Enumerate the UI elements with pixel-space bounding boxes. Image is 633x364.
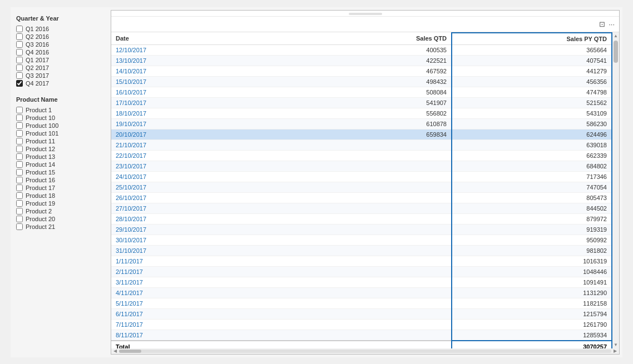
cell-sales-py-qtd: 474798 xyxy=(452,87,612,97)
product-filter-item[interactable]: Product 21 xyxy=(16,223,105,231)
quarter-filter-item[interactable]: Q2 2017 xyxy=(16,64,105,72)
product-checkbox-14[interactable] xyxy=(16,216,23,222)
product-filter-item[interactable]: Product 14 xyxy=(16,161,105,168)
product-filter-item[interactable]: Product 18 xyxy=(16,192,105,200)
product-checkbox-13[interactable] xyxy=(16,208,23,215)
scroll-right-arrow[interactable]: ▶ xyxy=(614,348,617,353)
product-filter-item[interactable]: Product 19 xyxy=(16,200,105,207)
table-row: 29/10/2017919319 xyxy=(111,224,612,235)
table-header-row: Date Sales QTD Sales PY QTD xyxy=(111,33,612,45)
product-checkbox-15[interactable] xyxy=(16,223,23,230)
scroll-down-arrow[interactable]: ▼ xyxy=(614,342,618,347)
cell-date: 12/10/2017 xyxy=(111,44,291,55)
table-row: 3/11/20171091491 xyxy=(111,277,612,287)
product-filter-title: Product Name xyxy=(16,96,105,103)
product-filter-item[interactable]: Product 15 xyxy=(16,168,105,176)
product-filter-item[interactable]: Product 12 xyxy=(16,145,105,153)
table-row: 12/10/2017400535365664 xyxy=(111,44,612,55)
quarter-filter-item[interactable]: Q4 2016 xyxy=(16,48,105,56)
cell-date: 24/10/2017 xyxy=(111,171,291,182)
quarter-checkbox-5[interactable] xyxy=(16,64,23,71)
quarter-filter-item[interactable]: Q4 2017 xyxy=(16,79,105,87)
cell-date: 2/11/2017 xyxy=(111,266,291,277)
product-filter-item[interactable]: Product 1 xyxy=(16,106,105,114)
product-label: Product 15 xyxy=(26,169,55,176)
product-checkbox-0[interactable] xyxy=(16,107,23,113)
scroll-up-arrow[interactable]: ▲ xyxy=(614,33,618,38)
product-filter-item[interactable]: Product 10 xyxy=(16,114,105,122)
product-checkbox-5[interactable] xyxy=(16,146,23,152)
quarter-checkbox-3[interactable] xyxy=(16,49,23,56)
product-filter-item[interactable]: Product 11 xyxy=(16,137,105,145)
cell-sales-qtd: 508084 xyxy=(291,87,452,97)
quarter-checkbox-7[interactable] xyxy=(16,80,23,87)
cell-date: 13/10/2017 xyxy=(111,55,291,66)
right-scrollbar[interactable]: ▲ ▼ xyxy=(612,32,619,348)
quarter-label: Q4 2017 xyxy=(26,80,49,87)
product-filter-item[interactable]: Product 16 xyxy=(16,176,105,184)
quarter-filter-item[interactable]: Q1 2017 xyxy=(16,56,105,64)
product-checkbox-11[interactable] xyxy=(16,192,23,199)
product-checkbox-3[interactable] xyxy=(16,130,23,137)
cell-date: 25/10/2017 xyxy=(111,182,291,192)
cell-sales-py-qtd: 1182158 xyxy=(452,298,612,308)
h-scroll-thumb[interactable] xyxy=(119,350,141,353)
quarter-filter-item[interactable]: Q1 2016 xyxy=(16,25,105,33)
table-row: 1/11/20171016319 xyxy=(111,256,612,266)
table-row: 5/11/20171182158 xyxy=(111,298,612,308)
table-scroll-container[interactable]: Date Sales QTD Sales PY QTD 12/10/201740… xyxy=(111,32,612,348)
quarter-label: Q4 2016 xyxy=(26,49,49,56)
main-panel: ⊡ ··· Date Sales QTD Sales PY QTD 12/10/… xyxy=(111,10,620,355)
cell-sales-py-qtd: 1048446 xyxy=(452,266,612,277)
cell-sales-qtd xyxy=(291,287,452,298)
product-filter-item[interactable]: Product 17 xyxy=(16,184,105,192)
quarter-filter-item[interactable]: Q2 2016 xyxy=(16,33,105,41)
cell-sales-py-qtd: 1215794 xyxy=(452,308,612,319)
table-row: 25/10/2017747054 xyxy=(111,182,612,192)
product-checkbox-8[interactable] xyxy=(16,169,23,176)
table-row: 28/10/2017879972 xyxy=(111,213,612,224)
cell-sales-py-qtd: 1131290 xyxy=(452,287,612,298)
table-row: 30/10/2017950992 xyxy=(111,235,612,245)
cell-sales-py-qtd: 747054 xyxy=(452,182,612,192)
cell-date: 16/10/2017 xyxy=(111,87,291,97)
data-table: Date Sales QTD Sales PY QTD 12/10/201740… xyxy=(111,32,612,348)
product-checkbox-1[interactable] xyxy=(16,114,23,121)
quarter-checkbox-6[interactable] xyxy=(16,72,23,79)
cell-sales-py-qtd: 1285934 xyxy=(452,330,612,341)
drag-bar[interactable] xyxy=(349,13,382,15)
bottom-scrollbar[interactable]: ◀ ▶ xyxy=(111,348,619,354)
product-filter-item[interactable]: Product 20 xyxy=(16,215,105,223)
product-label: Product 19 xyxy=(26,200,55,207)
cell-date: 26/10/2017 xyxy=(111,192,291,203)
product-filter-item[interactable]: Product 100 xyxy=(16,122,105,129)
product-checkbox-7[interactable] xyxy=(16,161,23,168)
product-label: Product 18 xyxy=(26,192,55,199)
product-checkbox-2[interactable] xyxy=(16,122,23,129)
product-filter-item[interactable]: Product 101 xyxy=(16,129,105,137)
quarter-filter-item[interactable]: Q3 2017 xyxy=(16,72,105,79)
product-checkbox-10[interactable] xyxy=(16,185,23,191)
product-filter-item[interactable]: Product 2 xyxy=(16,207,105,215)
cell-sales-qtd xyxy=(291,319,452,330)
quarter-checkbox-0[interactable] xyxy=(16,26,23,32)
scroll-thumb[interactable] xyxy=(614,41,618,63)
product-filter-item[interactable]: Product 13 xyxy=(16,153,105,161)
quarter-checkbox-4[interactable] xyxy=(16,57,23,63)
menu-icon[interactable]: ··· xyxy=(609,20,615,28)
quarter-filter-item[interactable]: Q3 2016 xyxy=(16,41,105,48)
quarter-label: Q2 2016 xyxy=(26,33,49,40)
cell-sales-py-qtd: 981802 xyxy=(452,245,612,256)
cell-sales-qtd xyxy=(291,224,452,235)
table-row: 27/10/2017844502 xyxy=(111,203,612,213)
product-checkbox-4[interactable] xyxy=(16,138,23,144)
cell-date: 18/10/2017 xyxy=(111,108,291,118)
product-checkbox-12[interactable] xyxy=(16,200,23,207)
cell-date: 14/10/2017 xyxy=(111,66,291,76)
product-checkbox-9[interactable] xyxy=(16,177,23,183)
scroll-left-arrow[interactable]: ◀ xyxy=(113,348,117,353)
quarter-checkbox-1[interactable] xyxy=(16,33,23,40)
expand-icon[interactable]: ⊡ xyxy=(599,20,605,28)
quarter-checkbox-2[interactable] xyxy=(16,41,23,48)
product-checkbox-6[interactable] xyxy=(16,153,23,160)
